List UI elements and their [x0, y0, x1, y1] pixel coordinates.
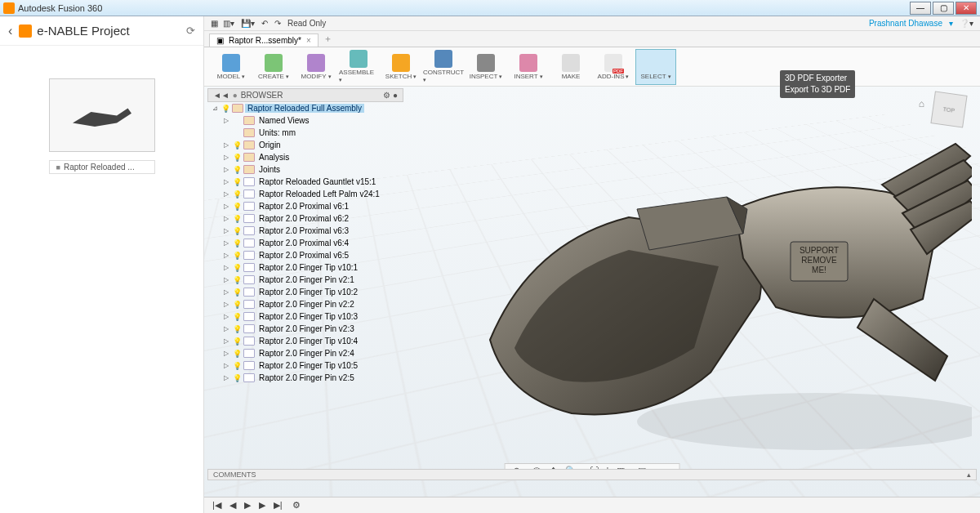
- browser-item[interactable]: ▷💡Raptor 2.0 Finger Tip v10:4: [207, 335, 403, 347]
- browser-item[interactable]: ▷💡Raptor 2.0 Proximal v6:4: [207, 237, 403, 249]
- timeline-play-icon[interactable]: ▶: [243, 500, 252, 511]
- close-button[interactable]: ✕: [956, 2, 977, 15]
- browser-item[interactable]: ▷Named Views: [207, 114, 403, 127]
- browser-item[interactable]: Units: mm: [207, 127, 403, 139]
- browser-item[interactable]: ▷💡Raptor 2.0 Finger Tip v10:2: [207, 286, 403, 298]
- addins-menu[interactable]: ADD-INS: [593, 49, 634, 85]
- modify-menu[interactable]: MODIFY: [296, 49, 336, 85]
- home-view-icon[interactable]: ⌂: [919, 98, 924, 109]
- main-toolbar: MODEL CREATE MODIFY ASSEMBLE SKETCH CONS…: [204, 47, 980, 87]
- canvas-viewport[interactable]: ⌂ TOP SUPP: [204, 87, 980, 497]
- insert-menu[interactable]: INSERT: [508, 49, 549, 85]
- timeline-settings-icon[interactable]: ⚙: [292, 500, 301, 511]
- project-name: e-NABLE Project: [37, 24, 186, 38]
- help-icon[interactable]: ❔▾: [960, 19, 973, 28]
- create-menu[interactable]: CREATE: [253, 49, 294, 85]
- timeline-end-icon[interactable]: ▶|: [272, 500, 284, 511]
- select-menu[interactable]: SELECT: [635, 49, 676, 85]
- new-tab-button[interactable]: ＋: [318, 31, 337, 47]
- model-3d[interactable]: SUPPORT REMOVE ME!: [466, 111, 972, 454]
- file-thumbnail[interactable]: [49, 78, 155, 152]
- browser-item[interactable]: ▷💡Raptor 2.0 Finger Pin v2:5: [207, 372, 403, 384]
- make-menu[interactable]: MAKE: [550, 49, 591, 85]
- browser-item[interactable]: ▷💡Raptor 2.0 Finger Tip v10:5: [207, 359, 403, 372]
- svg-text:ME!: ME!: [812, 265, 826, 274]
- browser-header[interactable]: ◄◄●BROWSER⚙ ●: [207, 88, 403, 102]
- svg-text:SUPPORT: SUPPORT: [800, 246, 839, 255]
- assemble-menu[interactable]: ASSEMBLE: [338, 49, 379, 85]
- read-only-label: Read Only: [287, 19, 326, 28]
- svg-point-4: [637, 393, 972, 450]
- browser-item[interactable]: ▷💡Raptor 2.0 Proximal v6:2: [207, 212, 403, 225]
- timeline-bar: |◀ ◀ ▶ ▶ ▶| ⚙: [204, 497, 980, 513]
- sketch-menu[interactable]: SKETCH: [381, 49, 421, 85]
- redo-icon[interactable]: ↷: [274, 19, 281, 28]
- window-title: Autodesk Fusion 360: [18, 3, 102, 13]
- timeline-prev-icon[interactable]: ◀: [228, 500, 238, 511]
- undo-icon[interactable]: ↶: [261, 19, 268, 28]
- app-icon: [3, 2, 15, 14]
- browser-item[interactable]: ▷💡Raptor 2.0 Proximal v6:1: [207, 200, 403, 212]
- browser-item[interactable]: ▷💡Raptor 2.0 Proximal v6:3: [207, 225, 403, 237]
- refresh-icon[interactable]: ⟳: [186, 25, 195, 37]
- browser-item[interactable]: ▷💡Raptor 2.0 Finger Tip v10:3: [207, 310, 403, 323]
- browser-item[interactable]: ▷💡Analysis: [207, 151, 403, 163]
- browser-panel: ◄◄●BROWSER⚙ ● ⊿💡Raptor Reloaded Full Ass…: [207, 88, 403, 384]
- browser-item[interactable]: ▷💡Origin: [207, 139, 403, 151]
- minimize-button[interactable]: —: [910, 2, 931, 15]
- browser-item[interactable]: ▷💡Raptor 2.0 Finger Pin v2:4: [207, 347, 403, 359]
- timeline-next-icon[interactable]: ▶: [257, 500, 267, 511]
- user-name[interactable]: Prashnant Dhawase: [869, 19, 942, 28]
- tab-icon: ▣: [216, 36, 224, 45]
- project-icon: [19, 25, 32, 38]
- data-panel-toggle-icon[interactable]: ▦: [211, 19, 216, 28]
- browser-item[interactable]: ▷💡Raptor 2.0 Finger Pin v2:1: [207, 274, 403, 286]
- browser-root[interactable]: Raptor Reloaded Full Assembly: [245, 104, 364, 113]
- file-menu-icon[interactable]: ▥▾: [223, 19, 234, 28]
- browser-item[interactable]: ▷💡Raptor 2.0 Finger Pin v2:2: [207, 298, 403, 310]
- document-tabstrip: ▣ Raptor R...ssembly* × ＋: [204, 31, 980, 47]
- browser-item[interactable]: ▷💡Raptor Reloaded Gauntlet v15:1: [207, 176, 403, 188]
- save-icon[interactable]: 💾▾: [241, 19, 255, 28]
- browser-item[interactable]: ▷💡Raptor 2.0 Finger Tip v10:1: [207, 261, 403, 274]
- back-icon[interactable]: ‹: [8, 24, 12, 38]
- tab-close-icon[interactable]: ×: [306, 36, 311, 45]
- browser-item[interactable]: ▷💡Raptor 2.0 Proximal v6:5: [207, 249, 403, 261]
- quick-access-toolbar: ▦ ▥▾ 💾▾ ↶ ↷ Read Only Prashnant Dhawase▾…: [204, 16, 980, 31]
- construct-menu[interactable]: CONSTRUCT: [423, 49, 464, 85]
- timeline-start-icon[interactable]: |◀: [211, 500, 223, 511]
- svg-text:REMOVE: REMOVE: [801, 256, 837, 265]
- inspect-menu[interactable]: INSPECT: [466, 49, 506, 85]
- maximize-button[interactable]: ▢: [933, 2, 954, 15]
- comments-bar[interactable]: COMMENTS: [207, 469, 977, 480]
- addins-tooltip: 3D PDF Exporter Export To 3D PDF: [780, 70, 855, 98]
- document-tab[interactable]: ▣ Raptor R...ssembly* ×: [209, 33, 318, 47]
- browser-item[interactable]: ▷💡Raptor 2.0 Finger Pin v2:3: [207, 323, 403, 335]
- workspace-switcher[interactable]: MODEL: [211, 49, 252, 85]
- window-titlebar: Autodesk Fusion 360 — ▢ ✕: [0, 0, 980, 16]
- browser-item[interactable]: ▷💡Raptor Reloaded Left Palm v24:1: [207, 188, 403, 200]
- file-name-label[interactable]: Raptor Reloaded ...: [49, 160, 155, 174]
- tab-label: Raptor R...ssembly*: [229, 36, 301, 45]
- data-panel: ‹ e-NABLE Project ⟳ Raptor Reloaded ...: [0, 16, 204, 513]
- browser-item[interactable]: ▷💡Joints: [207, 163, 403, 176]
